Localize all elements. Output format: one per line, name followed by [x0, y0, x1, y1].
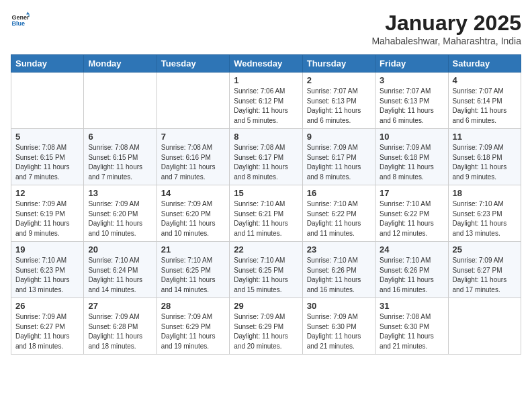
day-number: 9: [307, 132, 371, 142]
logo: General Blue: [11, 11, 30, 30]
day-info: Sunrise: 7:10 AMSunset: 6:25 PMDaylight:…: [234, 256, 298, 295]
day-number: 8: [234, 132, 298, 142]
day-info: Sunrise: 7:09 AMSunset: 6:18 PMDaylight:…: [380, 143, 443, 182]
calendar-cell: 1Sunrise: 7:06 AMSunset: 6:12 PMDaylight…: [230, 73, 302, 129]
calendar-cell: [157, 73, 229, 129]
day-info: Sunrise: 7:08 AMSunset: 6:15 PMDaylight:…: [15, 143, 79, 182]
day-info: Sunrise: 7:09 AMSunset: 6:19 PMDaylight:…: [15, 199, 79, 238]
weekday-header-tuesday: Tuesday: [157, 55, 229, 73]
calendar-header-row: SundayMondayTuesdayWednesdayThursdayFrid…: [11, 55, 521, 73]
title-block: January 2025 Mahabaleshwar, Maharashtra,…: [371, 11, 521, 46]
calendar-cell: 28Sunrise: 7:09 AMSunset: 6:29 PMDayligh…: [157, 298, 229, 355]
day-number: 13: [88, 188, 152, 198]
day-info: Sunrise: 7:10 AMSunset: 6:22 PMDaylight:…: [380, 199, 443, 238]
day-info: Sunrise: 7:08 AMSunset: 6:16 PMDaylight:…: [161, 143, 225, 182]
day-number: 4: [453, 75, 517, 85]
day-info: Sunrise: 7:07 AMSunset: 6:14 PMDaylight:…: [453, 87, 517, 126]
calendar-cell: 23Sunrise: 7:10 AMSunset: 6:26 PMDayligh…: [302, 242, 375, 298]
day-info: Sunrise: 7:07 AMSunset: 6:13 PMDaylight:…: [307, 87, 371, 126]
calendar-cell: 16Sunrise: 7:10 AMSunset: 6:22 PMDayligh…: [302, 185, 375, 242]
weekday-header-thursday: Thursday: [302, 55, 375, 73]
calendar-cell: 27Sunrise: 7:09 AMSunset: 6:28 PMDayligh…: [84, 298, 157, 355]
logo-icon: General Blue: [11, 11, 30, 30]
calendar-cell: 29Sunrise: 7:09 AMSunset: 6:29 PMDayligh…: [230, 298, 302, 355]
weekday-header-friday: Friday: [375, 55, 448, 73]
calendar-cell: 19Sunrise: 7:10 AMSunset: 6:23 PMDayligh…: [11, 242, 84, 298]
calendar-week-4: 19Sunrise: 7:10 AMSunset: 6:23 PMDayligh…: [11, 242, 521, 298]
day-info: Sunrise: 7:10 AMSunset: 6:21 PMDaylight:…: [234, 199, 298, 238]
day-info: Sunrise: 7:10 AMSunset: 6:24 PMDaylight:…: [88, 256, 152, 295]
calendar-week-3: 12Sunrise: 7:09 AMSunset: 6:19 PMDayligh…: [11, 185, 521, 242]
day-info: Sunrise: 7:08 AMSunset: 6:17 PMDaylight:…: [234, 143, 298, 182]
day-number: 3: [380, 75, 443, 85]
day-info: Sunrise: 7:09 AMSunset: 6:29 PMDaylight:…: [234, 312, 298, 351]
calendar-cell: 14Sunrise: 7:09 AMSunset: 6:20 PMDayligh…: [157, 185, 229, 242]
day-info: Sunrise: 7:08 AMSunset: 6:30 PMDaylight:…: [380, 312, 443, 351]
day-number: 6: [88, 132, 152, 142]
day-info: Sunrise: 7:09 AMSunset: 6:20 PMDaylight:…: [161, 199, 225, 238]
day-info: Sunrise: 7:09 AMSunset: 6:29 PMDaylight:…: [161, 312, 225, 351]
day-info: Sunrise: 7:10 AMSunset: 6:22 PMDaylight:…: [307, 199, 371, 238]
day-info: Sunrise: 7:10 AMSunset: 6:23 PMDaylight:…: [15, 256, 79, 295]
day-number: 11: [453, 132, 517, 142]
day-number: 31: [380, 301, 443, 311]
svg-text:Blue: Blue: [11, 20, 25, 27]
calendar-cell: 7Sunrise: 7:08 AMSunset: 6:16 PMDaylight…: [157, 129, 229, 185]
calendar-week-5: 26Sunrise: 7:09 AMSunset: 6:27 PMDayligh…: [11, 298, 521, 355]
calendar-week-1: 1Sunrise: 7:06 AMSunset: 6:12 PMDaylight…: [11, 73, 521, 129]
calendar-cell: 26Sunrise: 7:09 AMSunset: 6:27 PMDayligh…: [11, 298, 84, 355]
day-number: 17: [380, 188, 443, 198]
day-number: 10: [380, 132, 443, 142]
calendar-cell: [448, 298, 521, 355]
svg-marker-2: [26, 11, 30, 14]
day-number: 23: [307, 244, 371, 255]
day-info: Sunrise: 7:10 AMSunset: 6:26 PMDaylight:…: [380, 256, 443, 295]
weekday-header-monday: Monday: [84, 55, 157, 73]
calendar-cell: 22Sunrise: 7:10 AMSunset: 6:25 PMDayligh…: [230, 242, 302, 298]
calendar-cell: 5Sunrise: 7:08 AMSunset: 6:15 PMDaylight…: [11, 129, 84, 185]
day-number: 2: [307, 75, 371, 85]
calendar-cell: 17Sunrise: 7:10 AMSunset: 6:22 PMDayligh…: [375, 185, 448, 242]
day-number: 21: [161, 244, 225, 255]
calendar-cell: 12Sunrise: 7:09 AMSunset: 6:19 PMDayligh…: [11, 185, 84, 242]
day-info: Sunrise: 7:09 AMSunset: 6:27 PMDaylight:…: [15, 312, 79, 351]
weekday-header-wednesday: Wednesday: [230, 55, 302, 73]
calendar-cell: 25Sunrise: 7:09 AMSunset: 6:27 PMDayligh…: [448, 242, 521, 298]
calendar-cell: 30Sunrise: 7:09 AMSunset: 6:30 PMDayligh…: [302, 298, 375, 355]
location-title: Mahabaleshwar, Maharashtra, India: [371, 36, 521, 46]
day-number: 27: [88, 301, 152, 311]
calendar-week-2: 5Sunrise: 7:08 AMSunset: 6:15 PMDaylight…: [11, 129, 521, 185]
calendar-cell: 20Sunrise: 7:10 AMSunset: 6:24 PMDayligh…: [84, 242, 157, 298]
day-number: 26: [15, 301, 79, 311]
day-number: 16: [307, 188, 371, 198]
weekday-header-sunday: Sunday: [11, 55, 84, 73]
day-number: 14: [161, 188, 225, 198]
day-info: Sunrise: 7:09 AMSunset: 6:28 PMDaylight:…: [88, 312, 152, 351]
page-header: General Blue January 2025 Mahabaleshwar,…: [11, 11, 521, 46]
month-title: January 2025: [371, 11, 521, 36]
calendar-cell: 24Sunrise: 7:10 AMSunset: 6:26 PMDayligh…: [375, 242, 448, 298]
day-info: Sunrise: 7:06 AMSunset: 6:12 PMDaylight:…: [234, 87, 298, 126]
day-number: 18: [453, 188, 517, 198]
day-number: 5: [15, 132, 79, 142]
day-info: Sunrise: 7:09 AMSunset: 6:17 PMDaylight:…: [307, 143, 371, 182]
calendar-cell: 8Sunrise: 7:08 AMSunset: 6:17 PMDaylight…: [230, 129, 302, 185]
calendar-cell: 2Sunrise: 7:07 AMSunset: 6:13 PMDaylight…: [302, 73, 375, 129]
day-info: Sunrise: 7:09 AMSunset: 6:20 PMDaylight:…: [88, 199, 152, 238]
day-info: Sunrise: 7:08 AMSunset: 6:15 PMDaylight:…: [88, 143, 152, 182]
calendar-cell: 13Sunrise: 7:09 AMSunset: 6:20 PMDayligh…: [84, 185, 157, 242]
day-info: Sunrise: 7:10 AMSunset: 6:26 PMDaylight:…: [307, 256, 371, 295]
day-number: 19: [15, 244, 79, 255]
day-info: Sunrise: 7:10 AMSunset: 6:23 PMDaylight:…: [453, 199, 517, 238]
calendar-cell: 3Sunrise: 7:07 AMSunset: 6:13 PMDaylight…: [375, 73, 448, 129]
calendar-table: SundayMondayTuesdayWednesdayThursdayFrid…: [11, 54, 521, 355]
day-number: 1: [234, 75, 298, 85]
weekday-header-saturday: Saturday: [448, 55, 521, 73]
calendar-cell: 15Sunrise: 7:10 AMSunset: 6:21 PMDayligh…: [230, 185, 302, 242]
day-info: Sunrise: 7:09 AMSunset: 6:30 PMDaylight:…: [307, 312, 371, 351]
calendar-cell: [11, 73, 84, 129]
day-number: 25: [453, 244, 517, 255]
day-number: 7: [161, 132, 225, 142]
day-number: 28: [161, 301, 225, 311]
day-number: 12: [15, 188, 79, 198]
